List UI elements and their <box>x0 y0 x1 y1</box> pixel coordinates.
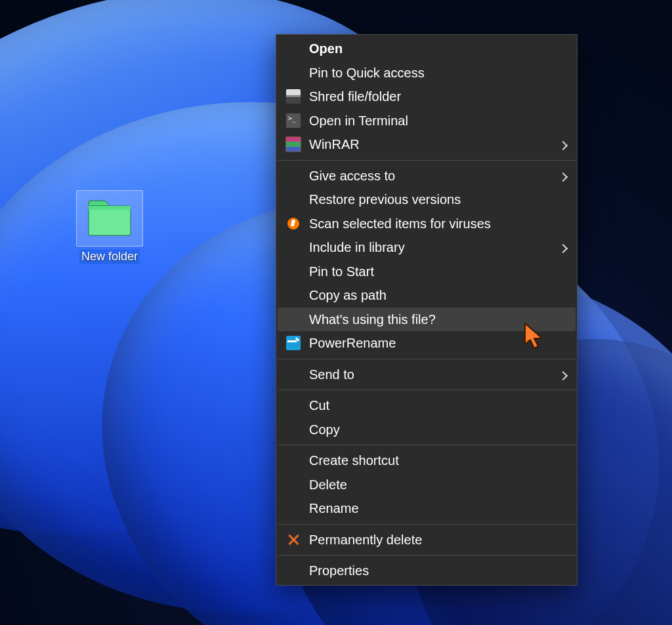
menu-item-give-access-to[interactable]: Give access to <box>278 164 576 188</box>
menu-item-label: Properties <box>309 564 566 577</box>
menu-item-label: Shred file/folder <box>309 90 566 103</box>
menu-item-permanently-delete[interactable]: Permanently delete <box>278 528 576 552</box>
menu-item-create-shortcut[interactable]: Create shortcut <box>278 449 576 473</box>
menu-item-label: Pin to Start <box>309 265 566 278</box>
desktop-folder[interactable]: New folder <box>72 190 148 264</box>
menu-item-copy-as-path[interactable]: Copy as path <box>278 283 576 308</box>
menu-item-label: Restore previous versions <box>309 193 566 206</box>
menu-item-properties[interactable]: Properties <box>278 559 576 583</box>
menu-item-label: Open in Terminal <box>309 114 566 127</box>
svg-rect-1 <box>89 206 131 210</box>
menu-item-powerrename[interactable]: PowerRename <box>278 331 576 355</box>
menu-separator <box>278 390 576 390</box>
menu-item-label: Scan selected items for viruses <box>309 217 566 230</box>
menu-item-label: Open <box>309 42 566 55</box>
menu-item-delete[interactable]: Delete <box>278 473 576 497</box>
menu-item-restore-previous-versions[interactable]: Restore previous versions <box>278 188 576 212</box>
svg-rect-0 <box>89 206 131 235</box>
menu-item-label: Pin to Quick access <box>309 66 566 79</box>
menu-separator <box>278 524 576 525</box>
menu-item-label: WinRAR <box>309 138 556 151</box>
menu-item-label: Copy as path <box>309 289 566 302</box>
menu-item-scan-selected-items-for-viruses[interactable]: Scan selected items for viruses <box>278 212 576 236</box>
chevron-right-icon <box>556 241 566 254</box>
menu-item-pin-to-quick-access[interactable]: Pin to Quick access <box>278 61 576 85</box>
menu-item-what-s-using-this-file[interactable]: What's using this file? <box>278 308 576 332</box>
chevron-right-icon <box>556 368 566 381</box>
menu-item-label: PowerRename <box>309 336 566 350</box>
menu-item-label: Copy <box>309 423 566 436</box>
menu-item-label: Give access to <box>309 169 556 182</box>
menu-item-open-in-terminal[interactable]: Open in Terminal <box>278 109 576 133</box>
desktop-folder-label: New folder <box>79 249 140 264</box>
menu-separator <box>278 160 576 161</box>
menu-item-label: Create shortcut <box>309 454 566 467</box>
menu-item-copy[interactable]: Copy <box>278 418 576 442</box>
menu-separator <box>278 555 576 555</box>
menu-item-label: What's using this file? <box>309 313 566 326</box>
chevron-right-icon <box>556 169 566 182</box>
chevron-right-icon <box>556 138 566 151</box>
menu-item-label: Permanently delete <box>309 533 566 546</box>
winrar-icon <box>278 136 309 152</box>
avast-icon <box>278 218 309 230</box>
delete-x-icon <box>278 533 309 547</box>
folder-icon <box>76 190 143 247</box>
terminal-icon <box>278 113 309 128</box>
menu-item-label: Send to <box>309 368 556 381</box>
menu-item-include-in-library[interactable]: Include in library <box>278 235 576 260</box>
menu-item-label: Include in library <box>309 241 556 254</box>
menu-item-cut[interactable]: Cut <box>278 393 576 418</box>
menu-separator <box>278 359 576 359</box>
menu-separator <box>278 445 576 445</box>
menu-item-rename[interactable]: Rename <box>278 496 576 521</box>
menu-item-label: Rename <box>309 502 566 515</box>
menu-item-pin-to-start[interactable]: Pin to Start <box>278 260 576 284</box>
menu-item-shred-file-folder[interactable]: Shred file/folder <box>278 85 576 109</box>
menu-item-send-to[interactable]: Send to <box>278 363 576 387</box>
menu-item-label: Delete <box>309 478 566 491</box>
menu-item-label: Cut <box>309 399 566 412</box>
powerrename-icon <box>278 336 309 350</box>
context-menu: OpenPin to Quick accessShred file/folder… <box>276 34 578 586</box>
menu-item-open[interactable]: Open <box>278 37 576 61</box>
menu-item-winrar[interactable]: WinRAR <box>278 132 576 157</box>
shredder-icon <box>278 89 309 104</box>
